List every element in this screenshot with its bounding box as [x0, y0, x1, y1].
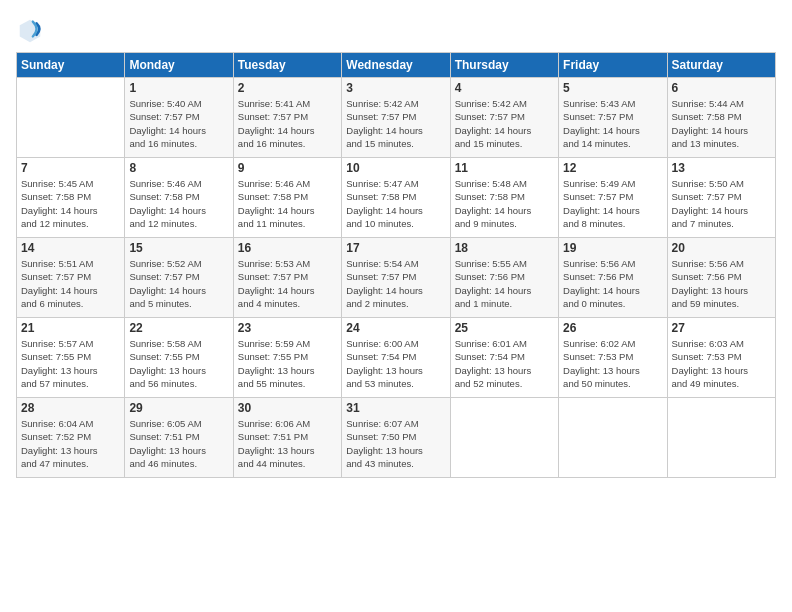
logo — [16, 16, 48, 44]
week-row-3: 14Sunrise: 5:51 AM Sunset: 7:57 PM Dayli… — [17, 238, 776, 318]
day-cell: 29Sunrise: 6:05 AM Sunset: 7:51 PM Dayli… — [125, 398, 233, 478]
day-cell: 27Sunrise: 6:03 AM Sunset: 7:53 PM Dayli… — [667, 318, 775, 398]
day-info: Sunrise: 5:48 AM Sunset: 7:58 PM Dayligh… — [455, 177, 554, 230]
day-number: 21 — [21, 321, 120, 335]
day-info: Sunrise: 5:47 AM Sunset: 7:58 PM Dayligh… — [346, 177, 445, 230]
header-sunday: Sunday — [17, 53, 125, 78]
day-cell: 11Sunrise: 5:48 AM Sunset: 7:58 PM Dayli… — [450, 158, 558, 238]
day-info: Sunrise: 6:07 AM Sunset: 7:50 PM Dayligh… — [346, 417, 445, 470]
day-number: 4 — [455, 81, 554, 95]
day-number: 22 — [129, 321, 228, 335]
day-number: 3 — [346, 81, 445, 95]
day-info: Sunrise: 5:46 AM Sunset: 7:58 PM Dayligh… — [129, 177, 228, 230]
day-number: 20 — [672, 241, 771, 255]
week-row-1: 1Sunrise: 5:40 AM Sunset: 7:57 PM Daylig… — [17, 78, 776, 158]
page-header — [16, 16, 776, 44]
week-row-2: 7Sunrise: 5:45 AM Sunset: 7:58 PM Daylig… — [17, 158, 776, 238]
day-number: 29 — [129, 401, 228, 415]
day-cell: 17Sunrise: 5:54 AM Sunset: 7:57 PM Dayli… — [342, 238, 450, 318]
day-number: 27 — [672, 321, 771, 335]
day-cell — [667, 398, 775, 478]
day-cell: 3Sunrise: 5:42 AM Sunset: 7:57 PM Daylig… — [342, 78, 450, 158]
day-number: 5 — [563, 81, 662, 95]
day-info: Sunrise: 5:45 AM Sunset: 7:58 PM Dayligh… — [21, 177, 120, 230]
day-info: Sunrise: 5:42 AM Sunset: 7:57 PM Dayligh… — [346, 97, 445, 150]
day-cell: 28Sunrise: 6:04 AM Sunset: 7:52 PM Dayli… — [17, 398, 125, 478]
day-number: 15 — [129, 241, 228, 255]
day-cell: 30Sunrise: 6:06 AM Sunset: 7:51 PM Dayli… — [233, 398, 341, 478]
day-info: Sunrise: 5:41 AM Sunset: 7:57 PM Dayligh… — [238, 97, 337, 150]
header-wednesday: Wednesday — [342, 53, 450, 78]
day-info: Sunrise: 5:40 AM Sunset: 7:57 PM Dayligh… — [129, 97, 228, 150]
day-info: Sunrise: 5:44 AM Sunset: 7:58 PM Dayligh… — [672, 97, 771, 150]
logo-icon — [16, 16, 44, 44]
day-info: Sunrise: 5:54 AM Sunset: 7:57 PM Dayligh… — [346, 257, 445, 310]
day-number: 26 — [563, 321, 662, 335]
day-cell: 21Sunrise: 5:57 AM Sunset: 7:55 PM Dayli… — [17, 318, 125, 398]
header-tuesday: Tuesday — [233, 53, 341, 78]
day-number: 13 — [672, 161, 771, 175]
day-number: 2 — [238, 81, 337, 95]
day-number: 28 — [21, 401, 120, 415]
day-number: 24 — [346, 321, 445, 335]
day-number: 18 — [455, 241, 554, 255]
day-number: 8 — [129, 161, 228, 175]
day-cell: 18Sunrise: 5:55 AM Sunset: 7:56 PM Dayli… — [450, 238, 558, 318]
header-monday: Monday — [125, 53, 233, 78]
day-cell: 23Sunrise: 5:59 AM Sunset: 7:55 PM Dayli… — [233, 318, 341, 398]
day-number: 7 — [21, 161, 120, 175]
day-info: Sunrise: 5:58 AM Sunset: 7:55 PM Dayligh… — [129, 337, 228, 390]
day-cell: 16Sunrise: 5:53 AM Sunset: 7:57 PM Dayli… — [233, 238, 341, 318]
day-number: 6 — [672, 81, 771, 95]
day-cell: 22Sunrise: 5:58 AM Sunset: 7:55 PM Dayli… — [125, 318, 233, 398]
day-number: 23 — [238, 321, 337, 335]
day-cell — [559, 398, 667, 478]
day-info: Sunrise: 6:05 AM Sunset: 7:51 PM Dayligh… — [129, 417, 228, 470]
day-info: Sunrise: 6:06 AM Sunset: 7:51 PM Dayligh… — [238, 417, 337, 470]
header-saturday: Saturday — [667, 53, 775, 78]
day-cell: 1Sunrise: 5:40 AM Sunset: 7:57 PM Daylig… — [125, 78, 233, 158]
day-cell: 10Sunrise: 5:47 AM Sunset: 7:58 PM Dayli… — [342, 158, 450, 238]
header-thursday: Thursday — [450, 53, 558, 78]
day-info: Sunrise: 5:59 AM Sunset: 7:55 PM Dayligh… — [238, 337, 337, 390]
day-info: Sunrise: 5:53 AM Sunset: 7:57 PM Dayligh… — [238, 257, 337, 310]
day-number: 12 — [563, 161, 662, 175]
day-cell: 26Sunrise: 6:02 AM Sunset: 7:53 PM Dayli… — [559, 318, 667, 398]
day-number: 1 — [129, 81, 228, 95]
day-cell: 14Sunrise: 5:51 AM Sunset: 7:57 PM Dayli… — [17, 238, 125, 318]
day-info: Sunrise: 5:56 AM Sunset: 7:56 PM Dayligh… — [672, 257, 771, 310]
week-row-5: 28Sunrise: 6:04 AM Sunset: 7:52 PM Dayli… — [17, 398, 776, 478]
day-cell: 20Sunrise: 5:56 AM Sunset: 7:56 PM Dayli… — [667, 238, 775, 318]
day-cell: 8Sunrise: 5:46 AM Sunset: 7:58 PM Daylig… — [125, 158, 233, 238]
day-cell — [17, 78, 125, 158]
day-cell: 13Sunrise: 5:50 AM Sunset: 7:57 PM Dayli… — [667, 158, 775, 238]
day-cell: 24Sunrise: 6:00 AM Sunset: 7:54 PM Dayli… — [342, 318, 450, 398]
week-row-4: 21Sunrise: 5:57 AM Sunset: 7:55 PM Dayli… — [17, 318, 776, 398]
day-info: Sunrise: 5:55 AM Sunset: 7:56 PM Dayligh… — [455, 257, 554, 310]
day-number: 11 — [455, 161, 554, 175]
day-info: Sunrise: 5:51 AM Sunset: 7:57 PM Dayligh… — [21, 257, 120, 310]
calendar-table: SundayMondayTuesdayWednesdayThursdayFrid… — [16, 52, 776, 478]
day-cell: 19Sunrise: 5:56 AM Sunset: 7:56 PM Dayli… — [559, 238, 667, 318]
day-number: 9 — [238, 161, 337, 175]
day-info: Sunrise: 5:42 AM Sunset: 7:57 PM Dayligh… — [455, 97, 554, 150]
day-info: Sunrise: 6:04 AM Sunset: 7:52 PM Dayligh… — [21, 417, 120, 470]
day-cell: 15Sunrise: 5:52 AM Sunset: 7:57 PM Dayli… — [125, 238, 233, 318]
day-info: Sunrise: 5:43 AM Sunset: 7:57 PM Dayligh… — [563, 97, 662, 150]
day-number: 19 — [563, 241, 662, 255]
calendar-header-row: SundayMondayTuesdayWednesdayThursdayFrid… — [17, 53, 776, 78]
day-info: Sunrise: 5:52 AM Sunset: 7:57 PM Dayligh… — [129, 257, 228, 310]
day-number: 31 — [346, 401, 445, 415]
day-info: Sunrise: 5:46 AM Sunset: 7:58 PM Dayligh… — [238, 177, 337, 230]
day-number: 25 — [455, 321, 554, 335]
day-cell: 25Sunrise: 6:01 AM Sunset: 7:54 PM Dayli… — [450, 318, 558, 398]
day-cell: 4Sunrise: 5:42 AM Sunset: 7:57 PM Daylig… — [450, 78, 558, 158]
day-cell: 12Sunrise: 5:49 AM Sunset: 7:57 PM Dayli… — [559, 158, 667, 238]
day-number: 17 — [346, 241, 445, 255]
day-info: Sunrise: 5:49 AM Sunset: 7:57 PM Dayligh… — [563, 177, 662, 230]
header-friday: Friday — [559, 53, 667, 78]
day-cell — [450, 398, 558, 478]
day-info: Sunrise: 6:01 AM Sunset: 7:54 PM Dayligh… — [455, 337, 554, 390]
day-info: Sunrise: 6:02 AM Sunset: 7:53 PM Dayligh… — [563, 337, 662, 390]
day-info: Sunrise: 5:56 AM Sunset: 7:56 PM Dayligh… — [563, 257, 662, 310]
